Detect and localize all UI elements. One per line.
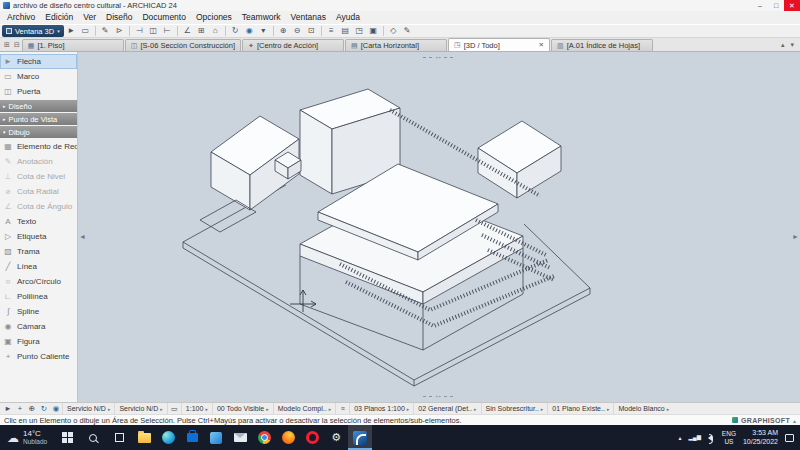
volume-icon[interactable] bbox=[708, 435, 712, 441]
pickup-parameters-icon[interactable]: ✎ bbox=[99, 25, 112, 37]
menu-teamwork[interactable]: Teamwork bbox=[237, 11, 286, 24]
fit-in-window-icon[interactable]: ⊡ bbox=[305, 25, 318, 37]
toolbox-item-arco-circulo[interactable]: ○Arco/Círculo bbox=[0, 274, 77, 289]
view-selector-button[interactable]: Ventana 3D ▾ bbox=[2, 25, 64, 37]
tab-scroll-up-icon[interactable]: ▴ bbox=[779, 38, 787, 51]
toolbox-item-cota-de-nivel[interactable]: ⊥Cota de Nivel bbox=[0, 169, 77, 184]
toolbox-item-texto[interactable]: ATexto bbox=[0, 214, 77, 229]
menu-edicion[interactable]: Edición bbox=[40, 11, 78, 24]
status-servicio-n-d[interactable]: Servicio N/D▸ bbox=[62, 403, 114, 414]
menu-ver[interactable]: Ver bbox=[78, 11, 101, 24]
toolbox-item-polilinea[interactable]: ∟Polilínea bbox=[0, 289, 77, 304]
orbit-icon[interactable]: ↻ bbox=[38, 404, 50, 413]
toolbox-item-camara[interactable]: ◉Cámara bbox=[0, 319, 77, 334]
taskbar-app-chrome[interactable] bbox=[252, 425, 276, 450]
explore-model-icon[interactable]: ◉ bbox=[243, 25, 256, 37]
scroll-right-icon[interactable]: ► bbox=[792, 233, 799, 240]
menu-archivo[interactable]: Archivo bbox=[2, 11, 40, 24]
explore-icon[interactable]: ◉ bbox=[50, 404, 62, 413]
taskbar-app-edge[interactable] bbox=[156, 425, 180, 450]
toolbox-section-punto-de-vista[interactable]: ▸Punto de Vista bbox=[0, 113, 77, 125]
zoom-in-icon[interactable]: ⊕ bbox=[277, 25, 290, 37]
pan-icon[interactable]: + bbox=[14, 404, 26, 413]
task-view-button[interactable] bbox=[106, 425, 132, 450]
menu-opciones[interactable]: Opciones bbox=[191, 11, 237, 24]
toolbox-section-diseno[interactable]: ▸Diseño bbox=[0, 100, 77, 112]
toolbox-item-puerta[interactable]: ◫Puerta bbox=[0, 84, 77, 99]
arrow-tool-icon[interactable]: ► bbox=[65, 25, 78, 37]
menu-ayuda[interactable]: Ayuda bbox=[331, 11, 365, 24]
toolbox-item-figura[interactable]: ▣Figura bbox=[0, 334, 77, 349]
marker-icon[interactable]: ◇ bbox=[387, 25, 400, 37]
tab-s-06-seccion-construccion[interactable]: ◫[S-06 Sección Construcción] bbox=[125, 39, 241, 51]
minimize-button[interactable]: – bbox=[752, 0, 768, 11]
quick-options-icon[interactable]: ⊞ bbox=[2, 38, 12, 51]
status-modelo-compl[interactable]: Modelo Compl..▸ bbox=[273, 403, 336, 414]
gravity-icon[interactable]: ⌂ bbox=[209, 25, 222, 37]
toolbox-item-punto-caliente[interactable]: +Punto Caliente bbox=[0, 349, 77, 364]
toolbox-item-spline[interactable]: ∫Spline bbox=[0, 304, 77, 319]
3d-styles-icon[interactable]: ◳ bbox=[353, 25, 366, 37]
toolbox-item-flecha[interactable]: ►Flecha bbox=[0, 54, 77, 69]
building-3d-wireframe[interactable] bbox=[78, 52, 800, 402]
taskbar-app-file-explorer[interactable] bbox=[132, 425, 156, 450]
tab-centro-de-accion[interactable]: ✦[Centro de Acción] bbox=[242, 39, 344, 51]
toolbox-section-dibujo[interactable]: ▾Dibujo bbox=[0, 126, 77, 138]
menu-documento[interactable]: Documento bbox=[137, 11, 190, 24]
pop-up-navigator-icon[interactable]: ⊟ bbox=[12, 38, 22, 51]
split-icon[interactable]: ◫ bbox=[147, 25, 160, 37]
status-sin-sobrescritur[interactable]: Sin Sobrescritur..▸ bbox=[481, 403, 548, 414]
maximize-button[interactable]: □ bbox=[768, 0, 784, 11]
orbit-icon[interactable]: ↻ bbox=[229, 25, 242, 37]
tab-a-01-indice-de-hojas[interactable]: ▥[A.01 Índice de Hojas] bbox=[551, 39, 653, 51]
layers-icon[interactable]: ≡ bbox=[325, 25, 338, 37]
tray-expand-icon[interactable]: ▴ bbox=[678, 434, 681, 441]
pan-widget-top[interactable]: ↔ bbox=[423, 53, 453, 61]
close-tab-icon[interactable]: ✕ bbox=[535, 41, 544, 49]
tab-3d-todo[interactable]: ◳[3D / Todo]✕ bbox=[448, 38, 550, 51]
pan-widget-bottom[interactable]: ↔ bbox=[423, 392, 453, 400]
menu-ventanas[interactable]: Ventanas bbox=[286, 11, 331, 24]
close-button[interactable]: ✕ bbox=[784, 0, 800, 11]
trim-icon[interactable]: ⊣ bbox=[133, 25, 146, 37]
taskbar-app-settings[interactable] bbox=[324, 425, 348, 450]
toolbox-item-elemento-de-red[interactable]: ▦Elemento de Red bbox=[0, 139, 77, 154]
notification-center-icon[interactable] bbox=[785, 434, 794, 442]
taskbar-app-firefox[interactable] bbox=[276, 425, 300, 450]
zoom-icon[interactable]: ⊕ bbox=[26, 404, 38, 413]
select-mode-icon[interactable]: ► bbox=[2, 404, 14, 413]
adjust-icon[interactable]: ⊢ bbox=[161, 25, 174, 37]
tab-1-piso[interactable]: ▦[1. Piso] bbox=[22, 39, 124, 51]
tab-carta-horizontal[interactable]: ▤[Carta Horizontal] bbox=[345, 39, 447, 51]
snap-grid-icon[interactable]: ⊞ bbox=[195, 25, 208, 37]
toolbox-item-cota-radial[interactable]: ⌀Cota Radial bbox=[0, 184, 77, 199]
taskbar-app-mail[interactable] bbox=[228, 425, 252, 450]
zoom-out-icon[interactable]: ⊖ bbox=[291, 25, 304, 37]
taskbar-app-opera[interactable] bbox=[300, 425, 324, 450]
start-button[interactable] bbox=[54, 425, 80, 450]
layer-combination-icon[interactable]: ≡ bbox=[335, 403, 349, 414]
network-icon[interactable]: ▂▄▆ bbox=[689, 435, 701, 441]
annotation-icon[interactable]: ✎ bbox=[401, 25, 414, 37]
status-01-plano-existe[interactable]: 01 Plano Existe..▸ bbox=[547, 403, 613, 414]
status-00-todo-visible[interactable]: 00 Todo Visible▸ bbox=[212, 403, 273, 414]
taskbar-app-store[interactable] bbox=[180, 425, 204, 450]
taskbar-app-photos[interactable] bbox=[204, 425, 228, 450]
language-indicator[interactable]: ENG US bbox=[722, 430, 736, 444]
clock[interactable]: 3:53 AM 10/25/2022 bbox=[743, 429, 778, 447]
toolbox-item-anotacion[interactable]: ✎Anotación bbox=[0, 154, 77, 169]
inject-parameters-icon[interactable]: ⊳ bbox=[113, 25, 126, 37]
stories-icon[interactable]: ▤ bbox=[339, 25, 352, 37]
menu-diseno[interactable]: Diseño bbox=[101, 11, 137, 24]
display-options-icon[interactable]: ▭ bbox=[167, 403, 181, 414]
view-dropdown-icon[interactable]: ▾ bbox=[257, 25, 270, 37]
scroll-left-icon[interactable]: ◄ bbox=[79, 233, 86, 240]
toolbox-item-marco[interactable]: ▭Marco bbox=[0, 69, 77, 84]
panel-expand-icon[interactable]: ▴ bbox=[793, 417, 796, 424]
status-02-general-det[interactable]: 02 General (Det..▸ bbox=[413, 403, 480, 414]
status-03-planos-1-100[interactable]: 03 Planos 1:100▸ bbox=[349, 403, 413, 414]
status-modelo-blanco[interactable]: Modelo Blanco▸ bbox=[613, 403, 673, 414]
weather-widget[interactable]: ☁ 14°C Nublado bbox=[0, 425, 54, 450]
tab-list-icon[interactable]: ▾ bbox=[788, 38, 796, 51]
taskbar-app-archicad[interactable] bbox=[348, 425, 372, 450]
